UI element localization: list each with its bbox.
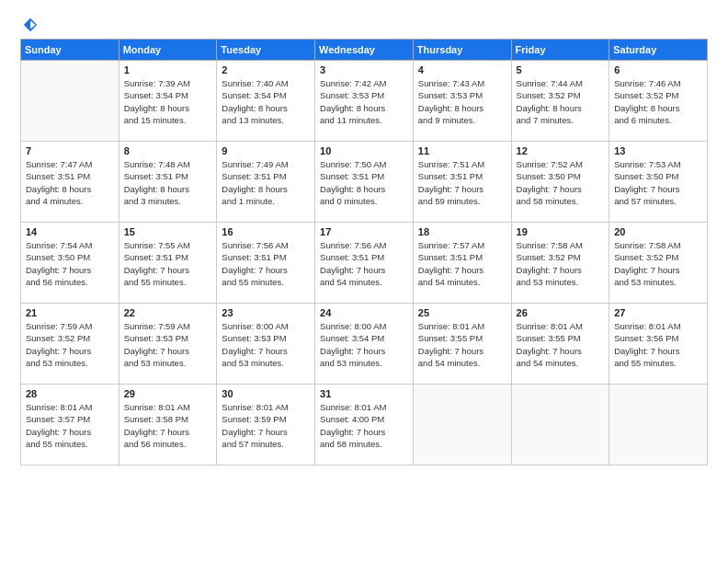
calendar-header-saturday: Saturday [609,40,708,61]
calendar-header-row: SundayMondayTuesdayWednesdayThursdayFrid… [21,40,708,61]
day-detail: Sunrise: 7:50 AM Sunset: 3:51 PM Dayligh… [320,158,408,207]
day-number: 30 [222,388,310,399]
logo-text [20,17,40,33]
calendar-header-thursday: Thursday [413,40,511,61]
calendar-cell: 27Sunrise: 8:01 AM Sunset: 3:56 PM Dayli… [609,304,708,385]
day-number: 3 [320,64,408,75]
calendar-cell [609,385,708,465]
calendar-header-sunday: Sunday [21,40,119,61]
day-number: 17 [320,226,408,237]
calendar-cell: 31Sunrise: 8:01 AM Sunset: 4:00 PM Dayli… [315,385,414,465]
day-detail: Sunrise: 7:42 AM Sunset: 3:53 PM Dayligh… [320,77,408,126]
day-number: 16 [222,226,310,237]
calendar-cell: 11Sunrise: 7:51 AM Sunset: 3:51 PM Dayli… [413,142,511,223]
calendar-cell: 8Sunrise: 7:48 AM Sunset: 3:51 PM Daylig… [119,142,217,223]
day-detail: Sunrise: 8:01 AM Sunset: 3:58 PM Dayligh… [124,401,212,450]
day-number: 28 [26,388,114,399]
calendar-cell: 4Sunrise: 7:43 AM Sunset: 3:53 PM Daylig… [413,61,511,142]
day-number: 8 [124,145,212,156]
day-number: 27 [614,307,702,318]
day-detail: Sunrise: 8:01 AM Sunset: 4:00 PM Dayligh… [320,401,408,450]
header [20,17,708,29]
day-detail: Sunrise: 7:46 AM Sunset: 3:52 PM Dayligh… [614,77,702,126]
day-detail: Sunrise: 8:01 AM Sunset: 3:59 PM Dayligh… [222,401,310,450]
day-detail: Sunrise: 8:01 AM Sunset: 3:55 PM Dayligh… [418,320,506,369]
calendar-cell: 9Sunrise: 7:49 AM Sunset: 3:51 PM Daylig… [217,142,315,223]
day-detail: Sunrise: 8:01 AM Sunset: 3:57 PM Dayligh… [26,401,114,450]
day-detail: Sunrise: 8:00 AM Sunset: 3:54 PM Dayligh… [320,320,408,369]
calendar-cell: 15Sunrise: 7:55 AM Sunset: 3:51 PM Dayli… [119,223,217,304]
calendar-header-monday: Monday [119,40,217,61]
calendar-cell: 29Sunrise: 8:01 AM Sunset: 3:58 PM Dayli… [119,385,217,465]
calendar-cell: 20Sunrise: 7:58 AM Sunset: 3:52 PM Dayli… [609,223,708,304]
day-detail: Sunrise: 7:54 AM Sunset: 3:50 PM Dayligh… [26,239,114,288]
week-row-2: 7Sunrise: 7:47 AM Sunset: 3:51 PM Daylig… [21,142,708,223]
day-detail: Sunrise: 7:52 AM Sunset: 3:50 PM Dayligh… [517,158,605,207]
day-detail: Sunrise: 7:47 AM Sunset: 3:51 PM Dayligh… [26,158,114,207]
day-detail: Sunrise: 7:44 AM Sunset: 3:52 PM Dayligh… [517,77,605,126]
week-row-4: 21Sunrise: 7:59 AM Sunset: 3:52 PM Dayli… [21,304,708,385]
calendar-cell: 25Sunrise: 8:01 AM Sunset: 3:55 PM Dayli… [413,304,511,385]
day-number: 29 [124,388,212,399]
page: SundayMondayTuesdayWednesdayThursdayFrid… [0,0,728,563]
day-detail: Sunrise: 7:59 AM Sunset: 3:53 PM Dayligh… [124,320,212,369]
calendar-cell: 14Sunrise: 7:54 AM Sunset: 3:50 PM Dayli… [21,223,119,304]
calendar-cell: 21Sunrise: 7:59 AM Sunset: 3:52 PM Dayli… [21,304,119,385]
calendar-cell: 28Sunrise: 8:01 AM Sunset: 3:57 PM Dayli… [21,385,119,465]
day-number: 6 [614,64,702,75]
day-detail: Sunrise: 8:01 AM Sunset: 3:55 PM Dayligh… [517,320,605,369]
calendar-cell: 5Sunrise: 7:44 AM Sunset: 3:52 PM Daylig… [511,61,609,142]
day-number: 25 [418,307,506,318]
day-detail: Sunrise: 8:01 AM Sunset: 3:56 PM Dayligh… [614,320,702,369]
calendar-cell: 6Sunrise: 7:46 AM Sunset: 3:52 PM Daylig… [609,61,708,142]
calendar-cell: 12Sunrise: 7:52 AM Sunset: 3:50 PM Dayli… [511,142,609,223]
calendar-cell: 16Sunrise: 7:56 AM Sunset: 3:51 PM Dayli… [217,223,315,304]
calendar-cell: 30Sunrise: 8:01 AM Sunset: 3:59 PM Dayli… [217,385,315,465]
calendar-header-wednesday: Wednesday [315,40,414,61]
day-number: 11 [418,145,506,156]
calendar-cell: 26Sunrise: 8:01 AM Sunset: 3:55 PM Dayli… [511,304,609,385]
calendar-cell [21,61,119,142]
calendar-cell: 10Sunrise: 7:50 AM Sunset: 3:51 PM Dayli… [315,142,414,223]
calendar-cell: 3Sunrise: 7:42 AM Sunset: 3:53 PM Daylig… [315,61,414,142]
calendar-cell: 24Sunrise: 8:00 AM Sunset: 3:54 PM Dayli… [315,304,414,385]
day-number: 2 [222,64,310,75]
day-number: 19 [517,226,605,237]
calendar-cell: 19Sunrise: 7:58 AM Sunset: 3:52 PM Dayli… [511,223,609,304]
calendar-cell: 22Sunrise: 7:59 AM Sunset: 3:53 PM Dayli… [119,304,217,385]
calendar-cell: 18Sunrise: 7:57 AM Sunset: 3:51 PM Dayli… [413,223,511,304]
calendar-cell [413,385,511,465]
day-number: 5 [517,64,605,75]
logo-icon [22,17,39,33]
calendar-cell [511,385,609,465]
day-detail: Sunrise: 7:58 AM Sunset: 3:52 PM Dayligh… [614,239,702,288]
day-number: 13 [614,145,702,156]
day-detail: Sunrise: 7:48 AM Sunset: 3:51 PM Dayligh… [124,158,212,207]
day-number: 4 [418,64,506,75]
day-detail: Sunrise: 7:49 AM Sunset: 3:51 PM Dayligh… [222,158,310,207]
day-number: 7 [26,145,114,156]
calendar-cell: 13Sunrise: 7:53 AM Sunset: 3:50 PM Dayli… [609,142,708,223]
day-detail: Sunrise: 7:53 AM Sunset: 3:50 PM Dayligh… [614,158,702,207]
day-detail: Sunrise: 7:40 AM Sunset: 3:54 PM Dayligh… [222,77,310,126]
day-number: 31 [320,388,408,399]
week-row-3: 14Sunrise: 7:54 AM Sunset: 3:50 PM Dayli… [21,223,708,304]
day-detail: Sunrise: 7:57 AM Sunset: 3:51 PM Dayligh… [418,239,506,288]
day-number: 22 [124,307,212,318]
day-number: 14 [26,226,114,237]
day-detail: Sunrise: 8:00 AM Sunset: 3:53 PM Dayligh… [222,320,310,369]
day-number: 18 [418,226,506,237]
calendar-header-tuesday: Tuesday [217,40,315,61]
logo [20,17,40,29]
calendar: SundayMondayTuesdayWednesdayThursdayFrid… [20,39,708,465]
day-number: 26 [517,307,605,318]
day-number: 9 [222,145,310,156]
calendar-cell: 1Sunrise: 7:39 AM Sunset: 3:54 PM Daylig… [119,61,217,142]
day-detail: Sunrise: 7:43 AM Sunset: 3:53 PM Dayligh… [418,77,506,126]
day-number: 10 [320,145,408,156]
day-number: 15 [124,226,212,237]
calendar-cell: 17Sunrise: 7:56 AM Sunset: 3:51 PM Dayli… [315,223,414,304]
day-number: 23 [222,307,310,318]
day-detail: Sunrise: 7:56 AM Sunset: 3:51 PM Dayligh… [222,239,310,288]
day-detail: Sunrise: 7:58 AM Sunset: 3:52 PM Dayligh… [517,239,605,288]
